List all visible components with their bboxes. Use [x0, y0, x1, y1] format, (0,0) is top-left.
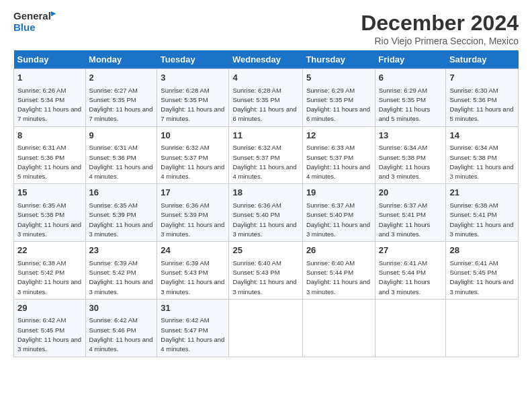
calendar-cell: 30Sunrise: 6:42 AMSunset: 5:46 PMDayligh…: [85, 299, 157, 357]
day-number: 23: [89, 244, 154, 257]
cell-info: Sunrise: 6:29 AMSunset: 5:35 PMDaylight:…: [306, 87, 370, 123]
day-number: 21: [449, 187, 515, 199]
calendar-cell: 14Sunrise: 6:34 AMSunset: 5:38 PMDayligh…: [446, 126, 519, 184]
day-number: 20: [379, 187, 443, 199]
day-number: 15: [17, 187, 82, 199]
day-number: 1: [17, 72, 82, 84]
day-number: 22: [17, 244, 82, 257]
cell-info: Sunrise: 6:40 AMSunset: 5:44 PMDaylight:…: [306, 259, 370, 295]
header-monday: Monday: [85, 50, 157, 69]
calendar-cell: 27Sunrise: 6:41 AMSunset: 5:44 PMDayligh…: [375, 242, 446, 300]
cell-info: Sunrise: 6:36 AMSunset: 5:40 PMDaylight:…: [232, 201, 296, 238]
day-number: 13: [379, 130, 443, 142]
day-number: 28: [449, 244, 515, 257]
page-header: General▶ Blue December 2024 Rio Viejo Pr…: [13, 11, 519, 46]
calendar-cell: 18Sunrise: 6:36 AMSunset: 5:40 PMDayligh…: [229, 184, 302, 242]
calendar-cell: 24Sunrise: 6:39 AMSunset: 5:43 PMDayligh…: [157, 242, 229, 300]
header-thursday: Thursday: [302, 50, 375, 69]
calendar-cell: 23Sunrise: 6:39 AMSunset: 5:42 PMDayligh…: [85, 242, 157, 300]
day-number: 30: [89, 302, 154, 314]
cell-info: Sunrise: 6:27 AMSunset: 5:35 PMDaylight:…: [89, 87, 153, 123]
cell-info: Sunrise: 6:42 AMSunset: 5:45 PMDaylight:…: [17, 316, 81, 353]
day-number: 18: [232, 187, 298, 199]
calendar-header-row: SundayMondayTuesdayWednesdayThursdayFrid…: [14, 50, 519, 69]
day-number: 16: [89, 187, 154, 199]
cell-info: Sunrise: 6:33 AMSunset: 5:37 PMDaylight:…: [306, 144, 370, 180]
calendar-cell: 21Sunrise: 6:38 AMSunset: 5:41 PMDayligh…: [446, 184, 519, 242]
day-number: 14: [449, 130, 515, 142]
calendar-cell: 26Sunrise: 6:40 AMSunset: 5:44 PMDayligh…: [302, 242, 375, 300]
day-number: 4: [232, 72, 298, 84]
calendar-cell: 20Sunrise: 6:37 AMSunset: 5:41 PMDayligh…: [375, 184, 446, 242]
cell-info: Sunrise: 6:39 AMSunset: 5:42 PMDaylight:…: [89, 259, 153, 295]
calendar-cell: 8Sunrise: 6:31 AMSunset: 5:36 PMDaylight…: [14, 126, 86, 184]
day-number: 27: [379, 244, 443, 257]
calendar-cell: 22Sunrise: 6:38 AMSunset: 5:42 PMDayligh…: [14, 242, 86, 300]
header-friday: Friday: [375, 50, 446, 69]
calendar-cell: 16Sunrise: 6:35 AMSunset: 5:39 PMDayligh…: [85, 184, 157, 242]
calendar-cell: 15Sunrise: 6:35 AMSunset: 5:38 PMDayligh…: [14, 184, 86, 242]
day-number: 19: [306, 187, 371, 199]
day-number: 2: [89, 72, 154, 84]
calendar-cell: 5Sunrise: 6:29 AMSunset: 5:35 PMDaylight…: [302, 69, 375, 127]
cell-info: Sunrise: 6:28 AMSunset: 5:35 PMDaylight:…: [161, 87, 224, 123]
calendar-cell: 6Sunrise: 6:29 AMSunset: 5:35 PMDaylight…: [375, 69, 446, 127]
page-title: December 2024: [361, 11, 519, 36]
calendar-cell: [375, 299, 446, 357]
cell-info: Sunrise: 6:29 AMSunset: 5:35 PMDaylight:…: [379, 87, 431, 123]
calendar-cell: [302, 299, 375, 357]
day-number: 9: [89, 130, 154, 142]
cell-info: Sunrise: 6:30 AMSunset: 5:36 PMDaylight:…: [449, 87, 513, 123]
calendar-cell: 25Sunrise: 6:40 AMSunset: 5:43 PMDayligh…: [229, 242, 302, 300]
day-number: 8: [17, 130, 82, 142]
cell-info: Sunrise: 6:40 AMSunset: 5:43 PMDaylight:…: [232, 259, 296, 295]
calendar-cell: 13Sunrise: 6:34 AMSunset: 5:38 PMDayligh…: [375, 126, 446, 184]
calendar-cell: 29Sunrise: 6:42 AMSunset: 5:45 PMDayligh…: [14, 299, 86, 357]
cell-info: Sunrise: 6:37 AMSunset: 5:41 PMDaylight:…: [379, 201, 431, 238]
cell-info: Sunrise: 6:41 AMSunset: 5:45 PMDaylight:…: [449, 259, 513, 295]
header-sunday: Sunday: [14, 50, 86, 69]
calendar-cell: 28Sunrise: 6:41 AMSunset: 5:45 PMDayligh…: [446, 242, 519, 300]
day-number: 7: [449, 72, 515, 84]
day-number: 11: [232, 130, 298, 142]
week-row-1: 1Sunrise: 6:26 AMSunset: 5:34 PMDaylight…: [14, 69, 519, 127]
week-row-3: 15Sunrise: 6:35 AMSunset: 5:38 PMDayligh…: [14, 184, 519, 242]
cell-info: Sunrise: 6:28 AMSunset: 5:35 PMDaylight:…: [232, 87, 296, 123]
calendar-cell: 3Sunrise: 6:28 AMSunset: 5:35 PMDaylight…: [157, 69, 229, 127]
calendar-table: SundayMondayTuesdayWednesdayThursdayFrid…: [13, 50, 519, 357]
header-tuesday: Tuesday: [157, 50, 229, 69]
cell-info: Sunrise: 6:31 AMSunset: 5:36 PMDaylight:…: [89, 144, 153, 180]
calendar-cell: 11Sunrise: 6:32 AMSunset: 5:37 PMDayligh…: [229, 126, 302, 184]
week-row-4: 22Sunrise: 6:38 AMSunset: 5:42 PMDayligh…: [14, 242, 519, 300]
day-number: 3: [161, 72, 225, 84]
cell-info: Sunrise: 6:41 AMSunset: 5:44 PMDaylight:…: [379, 259, 431, 295]
cell-info: Sunrise: 6:37 AMSunset: 5:40 PMDaylight:…: [306, 201, 370, 238]
calendar-cell: 10Sunrise: 6:32 AMSunset: 5:37 PMDayligh…: [157, 126, 229, 184]
cell-info: Sunrise: 6:26 AMSunset: 5:34 PMDaylight:…: [17, 87, 81, 123]
cell-info: Sunrise: 6:42 AMSunset: 5:46 PMDaylight:…: [89, 316, 153, 353]
logo: General▶ Blue: [13, 11, 56, 33]
cell-info: Sunrise: 6:39 AMSunset: 5:43 PMDaylight:…: [161, 259, 224, 295]
calendar-cell: 17Sunrise: 6:36 AMSunset: 5:39 PMDayligh…: [157, 184, 229, 242]
calendar-cell: 7Sunrise: 6:30 AMSunset: 5:36 PMDaylight…: [446, 69, 519, 127]
day-number: 24: [161, 244, 225, 257]
day-number: 5: [306, 72, 371, 84]
cell-info: Sunrise: 6:38 AMSunset: 5:42 PMDaylight:…: [17, 259, 81, 295]
header-wednesday: Wednesday: [229, 50, 302, 69]
page-subtitle: Rio Viejo Primera Seccion, Mexico: [361, 36, 519, 46]
calendar-cell: [446, 299, 519, 357]
cell-info: Sunrise: 6:36 AMSunset: 5:39 PMDaylight:…: [161, 201, 224, 238]
week-row-5: 29Sunrise: 6:42 AMSunset: 5:45 PMDayligh…: [14, 299, 519, 357]
day-number: 31: [161, 302, 225, 314]
calendar-cell: 1Sunrise: 6:26 AMSunset: 5:34 PMDaylight…: [14, 69, 86, 127]
day-number: 12: [306, 130, 371, 142]
day-number: 29: [17, 302, 82, 314]
cell-info: Sunrise: 6:31 AMSunset: 5:36 PMDaylight:…: [17, 144, 81, 180]
day-number: 25: [232, 244, 298, 257]
cell-info: Sunrise: 6:34 AMSunset: 5:38 PMDaylight:…: [379, 144, 431, 180]
day-number: 17: [161, 187, 225, 199]
cell-info: Sunrise: 6:32 AMSunset: 5:37 PMDaylight:…: [232, 144, 296, 180]
calendar-cell: 9Sunrise: 6:31 AMSunset: 5:36 PMDaylight…: [85, 126, 157, 184]
day-number: 6: [379, 72, 443, 84]
calendar-cell: 2Sunrise: 6:27 AMSunset: 5:35 PMDaylight…: [85, 69, 157, 127]
